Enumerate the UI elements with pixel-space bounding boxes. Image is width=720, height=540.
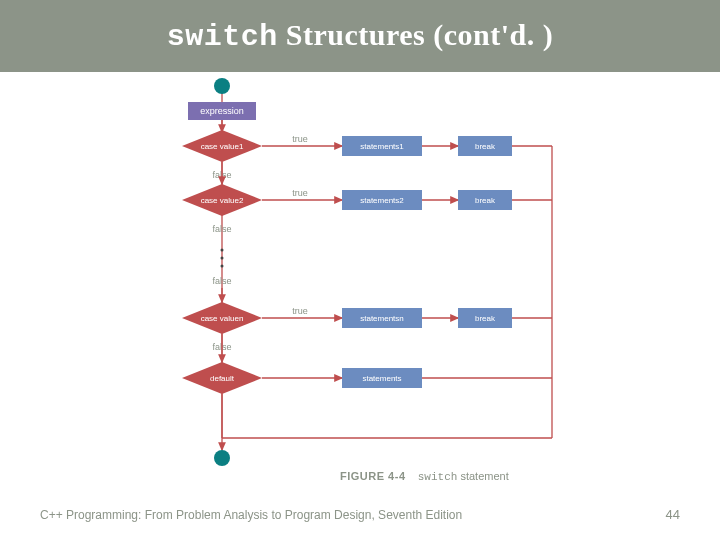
true-label-n: true xyxy=(292,306,308,316)
expression-box: expression xyxy=(188,102,256,120)
break2-box: break xyxy=(458,190,512,210)
title-mono: switch xyxy=(167,20,278,54)
case2-diamond: case value2 xyxy=(182,184,262,216)
true-label-1: true xyxy=(292,134,308,144)
flowchart: expression case value1 true statements1 … xyxy=(160,72,600,482)
break1-label: break xyxy=(475,142,496,151)
casen-diamond: case valuen xyxy=(182,302,262,334)
slide-title: switch Structures (cont'd. ) xyxy=(167,18,553,54)
page-number: 44 xyxy=(666,507,680,522)
stmtn-label: statementsn xyxy=(360,314,404,323)
figure-number: FIGURE 4-4 xyxy=(340,470,406,482)
stmt2-box: statements2 xyxy=(342,190,422,210)
breakn-box: break xyxy=(458,308,512,328)
slide-footer: C++ Programming: From Problem Analysis t… xyxy=(40,508,462,522)
title-rest: Structures (cont'd. ) xyxy=(278,18,553,51)
false-label-2: false xyxy=(212,224,231,234)
start-node-icon xyxy=(214,78,230,94)
default-label: default xyxy=(210,374,235,383)
break2-label: break xyxy=(475,196,496,205)
end-node-icon xyxy=(214,450,230,466)
default-diamond: default xyxy=(182,362,262,394)
default-stmt-label: statements xyxy=(362,374,401,383)
stmt2-label: statements2 xyxy=(360,196,404,205)
false-label-ellipsis: false xyxy=(212,276,231,286)
case2-label: case value2 xyxy=(201,196,244,205)
caption-mono: switch xyxy=(418,471,458,483)
break1-box: break xyxy=(458,136,512,156)
breakn-label: break xyxy=(475,314,496,323)
casen-label: case valuen xyxy=(201,314,244,323)
default-stmt-box: statements xyxy=(342,368,422,388)
ellipsis-dot-icon xyxy=(221,265,224,268)
case1-diamond: case value1 xyxy=(182,130,262,162)
case1-label: case value1 xyxy=(201,142,244,151)
slide-header: switch Structures (cont'd. ) xyxy=(0,0,720,72)
stmtn-box: statementsn xyxy=(342,308,422,328)
ellipsis-dot-icon xyxy=(221,249,224,252)
ellipsis-dot-icon xyxy=(221,257,224,260)
caption-tail: statement xyxy=(457,470,508,482)
true-label-2: true xyxy=(292,188,308,198)
expression-label: expression xyxy=(200,106,244,116)
stmt1-box: statements1 xyxy=(342,136,422,156)
figure-caption: FIGURE 4-4 switch statement xyxy=(340,470,509,483)
stmt1-label: statements1 xyxy=(360,142,404,151)
